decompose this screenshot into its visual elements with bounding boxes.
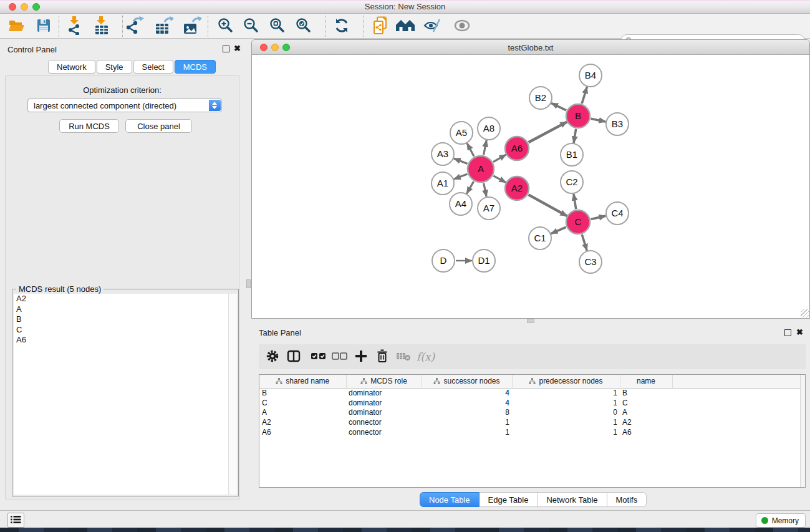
graph-node-c1[interactable]: C1 — [529, 227, 551, 249]
graph-edge-b-b4[interactable] — [582, 87, 587, 104]
close-panel-icon[interactable]: ✖ — [233, 44, 241, 52]
graph-node-c4[interactable]: C4 — [606, 202, 629, 225]
cell[interactable]: 1 — [422, 427, 512, 437]
cell[interactable]: A2 — [259, 417, 346, 427]
cell[interactable]: 1 — [512, 398, 620, 408]
close-panel-button[interactable]: Close panel — [125, 119, 192, 133]
cell[interactable]: B — [259, 388, 346, 398]
result-item-a2[interactable]: A2 — [14, 294, 228, 304]
delete-column-button[interactable] — [372, 347, 393, 367]
tab-motifs[interactable]: Motifs — [607, 492, 647, 507]
graph-node-a6[interactable]: A6 — [505, 137, 529, 160]
cell[interactable]: C — [620, 398, 672, 408]
graph-node-a7[interactable]: A7 — [478, 197, 500, 220]
graph-edge-a2-c[interactable] — [528, 195, 567, 216]
cell[interactable]: 1 — [512, 417, 620, 427]
export-network-button[interactable] — [124, 16, 145, 36]
tab-style[interactable]: Style — [97, 60, 132, 74]
import-network-button[interactable] — [64, 16, 85, 36]
column-header-shared-name[interactable]: shared name — [259, 375, 346, 388]
graph-node-c2[interactable]: C2 — [561, 171, 583, 193]
export-image-button[interactable] — [181, 16, 203, 36]
open-file-button[interactable] — [6, 16, 27, 36]
vertical-splitter-handle[interactable] — [246, 279, 251, 288]
home-button[interactable] — [395, 16, 416, 36]
cell[interactable]: A6 — [620, 427, 672, 437]
graph-edge-c-c1[interactable] — [551, 227, 566, 233]
column-header-name[interactable]: name — [620, 375, 672, 388]
zoom-fit-button[interactable] — [267, 16, 288, 36]
column-header-mcds-role[interactable]: MCDS role — [346, 375, 422, 388]
cell[interactable]: dominator — [346, 388, 422, 398]
cell[interactable]: 0 — [512, 408, 620, 418]
column-header-successor-nodes[interactable]: successor nodes — [422, 375, 512, 388]
tab-network-table[interactable]: Network Table — [538, 492, 607, 507]
cell[interactable]: 4 — [422, 388, 512, 398]
graph-edge-a-a2[interactable] — [493, 176, 506, 183]
graph-edge-b-b1[interactable] — [574, 129, 576, 143]
graph-node-d1[interactable]: D1 — [473, 249, 495, 272]
graph-node-c3[interactable]: C3 — [579, 251, 602, 273]
refresh-view-button[interactable] — [331, 16, 352, 36]
graph-node-a5[interactable]: A5 — [450, 122, 473, 144]
graph-edge-b-b2[interactable] — [551, 103, 566, 110]
memory-button[interactable]: Memory — [756, 513, 806, 528]
zoom-out-button[interactable] — [241, 16, 262, 36]
cell[interactable]: A — [620, 408, 672, 418]
graph-node-c[interactable]: C — [566, 210, 590, 234]
graph-edge-a-a8[interactable] — [484, 140, 487, 155]
graph-node-a4[interactable]: A4 — [450, 193, 472, 215]
cell[interactable]: connector — [346, 427, 422, 437]
close-table-panel-icon[interactable]: ✖ — [796, 328, 804, 336]
tab-node-table[interactable]: Node Table — [420, 492, 480, 507]
import-table-button[interactable] — [91, 16, 112, 36]
graph-node-b1[interactable]: B1 — [561, 143, 583, 166]
cell[interactable]: 1 — [422, 417, 512, 427]
graph-edge-a-a7[interactable] — [484, 183, 487, 197]
table-settings-button[interactable] — [262, 347, 283, 367]
window-resize-grip[interactable] — [801, 309, 809, 317]
hide-details-button[interactable] — [422, 16, 443, 36]
graph-node-b2[interactable]: B2 — [529, 87, 552, 109]
save-session-button[interactable] — [33, 16, 54, 36]
split-view-button[interactable] — [283, 347, 304, 367]
graph-edge-a6-b[interactable] — [529, 122, 567, 142]
column-header-predecessor-nodes[interactable]: predecessor nodes — [512, 375, 620, 388]
select-all-button[interactable] — [308, 347, 329, 367]
result-item-a6[interactable]: A6 — [14, 335, 228, 346]
graph-node-b[interactable]: B — [566, 104, 590, 128]
graph-edge-a-a3[interactable] — [454, 158, 468, 164]
cell[interactable]: dominator — [346, 398, 422, 408]
task-history-button[interactable] — [7, 513, 24, 528]
graph-edge-c-c2[interactable] — [574, 194, 576, 209]
graph-node-b4[interactable]: B4 — [579, 64, 602, 87]
cell[interactable]: A6 — [259, 427, 346, 437]
cell[interactable]: A — [259, 408, 346, 418]
add-column-button[interactable] — [350, 347, 372, 367]
graph-edge-a-a6[interactable] — [493, 155, 506, 162]
tab-mcds[interactable]: MCDS — [175, 60, 216, 74]
horizontal-splitter-handle[interactable] — [527, 319, 534, 323]
graph-node-a3[interactable]: A3 — [432, 143, 454, 165]
graph-node-b3[interactable]: B3 — [606, 113, 629, 135]
cell[interactable]: 1 — [512, 388, 620, 398]
table-scrollbar[interactable] — [800, 375, 805, 487]
export-table-button[interactable] — [153, 16, 175, 36]
new-session-button[interactable] — [370, 16, 392, 36]
graph-node-a[interactable]: A — [468, 156, 494, 182]
graph-node-d[interactable]: D — [432, 249, 455, 272]
optimization-criterion-select[interactable]: largest connected component (directed) — [27, 99, 222, 112]
graph-edge-a-a1[interactable] — [454, 174, 468, 179]
result-item-a[interactable]: A — [14, 304, 228, 315]
cell[interactable]: dominator — [346, 408, 422, 418]
graph-node-a8[interactable]: A8 — [478, 117, 500, 140]
tab-select[interactable]: Select — [133, 60, 173, 74]
cell[interactable]: 4 — [422, 398, 512, 408]
run-mcds-button[interactable]: Run MCDS — [59, 119, 119, 133]
graph-edge-c-c4[interactable] — [591, 216, 605, 219]
zoom-selected-button[interactable] — [293, 16, 314, 36]
cell[interactable]: connector — [346, 417, 422, 427]
graph-edge-a-a5[interactable] — [467, 143, 474, 157]
cell[interactable]: A2 — [620, 417, 672, 427]
graph-edge-b-b3[interactable] — [591, 118, 606, 122]
